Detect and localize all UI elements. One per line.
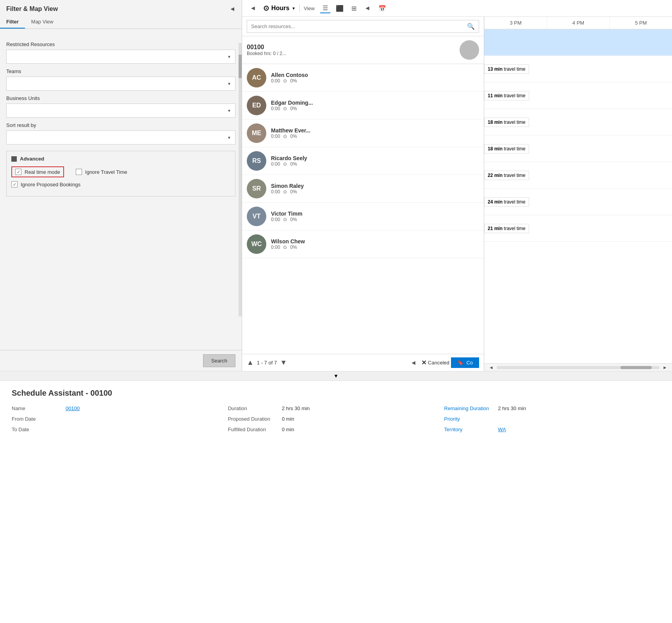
ignore-travel-time-checkbox[interactable]	[76, 169, 82, 175]
cancel-button[interactable]: ✕ Canceled	[421, 359, 449, 366]
real-time-mode-checkbox[interactable]	[15, 169, 21, 175]
tab-filter[interactable]: Filter	[0, 16, 25, 29]
to-date-label: To Date	[12, 427, 62, 432]
avatar-edgar-domingez: ED	[247, 96, 266, 115]
victor-clock-icon: ⊙	[283, 217, 287, 222]
wilson-percent: 0%	[290, 245, 297, 250]
name-value-link[interactable]: 00100	[66, 405, 80, 411]
view-icons: ☰ ⬛ ⊞ ◄ 📅	[320, 4, 389, 13]
timeline-scroll-left[interactable]: ◄	[486, 363, 497, 371]
search-input[interactable]	[251, 23, 467, 29]
detail-row-proposed-duration: Proposed Duration 0 min	[228, 416, 444, 422]
time-slot-5pm: 5 PM	[610, 17, 672, 29]
view-label: View	[304, 5, 315, 11]
resource-name-victor: Victor Timm	[271, 211, 479, 217]
resource-item-matthew[interactable]: ME Matthew Ever... 0:00 ⊙ 0%	[242, 120, 484, 147]
matthew-hours: 0:00	[271, 134, 280, 139]
restricted-resources-label: Restricted Resources	[6, 41, 235, 47]
expand-button[interactable]: ▼	[0, 371, 672, 380]
real-time-mode-checkbox-item: Real time mode	[11, 166, 64, 177]
grid-view-button[interactable]: ⊞	[349, 4, 359, 13]
travel-label-wilson: 21 min travel time	[484, 224, 529, 233]
wilson-clock-icon: ⊙	[283, 245, 287, 250]
timeline-scrollbar-thumb	[620, 366, 652, 369]
business-units-dropdown[interactable]: ▼	[6, 104, 235, 118]
allen-percent: 0%	[290, 78, 297, 84]
prev-nav-button[interactable]: ◄	[247, 3, 259, 13]
timeline-scroll-right[interactable]: ►	[660, 363, 670, 371]
resource-list: AC Allen Contoso 0:00 ⊙ 0%	[242, 64, 484, 354]
collapse-view-button[interactable]: ◄	[362, 4, 373, 13]
tab-map-view[interactable]: Map View	[25, 16, 60, 29]
prev-page-button[interactable]: ▲	[247, 359, 254, 367]
filter-sort-result-by: Sort result by ▼	[6, 122, 235, 145]
ignore-proposed-bookings-checkbox-item: Ignore Proposed Bookings	[11, 181, 80, 187]
detail-row-priority: Priority	[444, 416, 660, 422]
timeline-body: 13 min travel time 11 min travel time	[484, 29, 672, 363]
next-page-button[interactable]: ▼	[280, 359, 287, 367]
name-label: Name	[12, 405, 62, 411]
simon-percent: 0%	[290, 189, 297, 195]
resource-name-simon: Simon Raley	[271, 183, 479, 189]
detail-row-remaining-duration: Remaining Duration 2 hrs 30 min	[444, 405, 660, 411]
resource-booked: Booked hrs: 0 / 2...	[247, 51, 286, 56]
wilson-hours: 0:00	[271, 245, 280, 250]
sort-result-label: Sort result by	[6, 122, 235, 128]
resource-item-ricardo[interactable]: RS Ricardo Seely 0:00 ⊙ 0%	[242, 147, 484, 175]
bottom-section: Schedule Assistant - 00100 Name 00100 Fr…	[0, 380, 672, 440]
ricardo-hours: 0:00	[271, 161, 280, 167]
clock-icon: ⊙	[263, 4, 269, 12]
schedule-details: Name 00100 From Date To Date	[12, 405, 660, 432]
teams-dropdown[interactable]: ▼	[6, 77, 235, 91]
time-slot-3pm: 3 PM	[484, 17, 547, 29]
resource-info-allen: Allen Contoso 0:00 ⊙ 0%	[271, 72, 479, 84]
pagination-prev-button[interactable]: ◄	[407, 358, 420, 368]
sort-result-dropdown[interactable]: ▼	[6, 130, 235, 145]
resource-stats-allen: 0:00 ⊙ 0%	[271, 78, 479, 84]
filter-restricted-resources: Restricted Resources ▼	[6, 41, 235, 64]
list-view-button[interactable]: ☰	[320, 4, 330, 13]
search-button[interactable]: Search	[203, 354, 235, 367]
timeline-scrollbar[interactable]	[497, 366, 660, 369]
restricted-resources-dropdown[interactable]: ▼	[6, 50, 235, 64]
allen-hours: 0:00	[271, 78, 280, 84]
book-button[interactable]: 🔖 Co	[451, 357, 479, 368]
resource-header: 00100 Booked hrs: 0 / 2...	[242, 36, 484, 64]
center-right-panel: ◄ ⊙ Hours ▼ View ☰ ⬛ ⊞ ◄ 📅	[242, 0, 672, 371]
resource-item-wilson[interactable]: WC Wilson Chew 0:00 ⊙ 0%	[242, 230, 484, 258]
panel-header: Filter & Map View ◄	[0, 0, 242, 12]
middle-header: ◄ ⊙ Hours ▼ View ☰ ⬛ ⊞ ◄ 📅	[242, 0, 672, 17]
resource-avatar-placeholder	[460, 40, 479, 60]
hours-button[interactable]: ⊙ Hours ▼	[263, 4, 296, 12]
hours-label: Hours	[271, 5, 289, 12]
resource-item-allen[interactable]: AC Allen Contoso 0:00 ⊙ 0%	[242, 64, 484, 92]
resource-item-simon[interactable]: SR Simon Raley 0:00 ⊙ 0%	[242, 175, 484, 203]
collapse-panel-button[interactable]: ◄	[229, 5, 235, 12]
resource-info-simon: Simon Raley 0:00 ⊙ 0%	[271, 183, 479, 195]
page-info: 1 - 7 of 7	[257, 360, 277, 366]
matthew-clock-icon: ⊙	[283, 134, 287, 139]
ignore-proposed-bookings-checkbox[interactable]	[11, 181, 18, 187]
resource-item-edgar[interactable]: ED Edgar Doming... 0:00 ⊙ 0%	[242, 92, 484, 120]
victor-percent: 0%	[290, 217, 297, 222]
detail-row-from-date: From Date	[12, 416, 228, 422]
timeline-row-victor: 24 min travel time	[484, 189, 672, 215]
resource-item-victor[interactable]: VT Victor Timm 0:00 ⊙ 0%	[242, 203, 484, 230]
top-section: Filter & Map View ◄ Filter Map View Rest…	[0, 0, 672, 371]
main-container: Filter & Map View ◄ Filter Map View Rest…	[0, 0, 672, 440]
panel-title: Filter & Map View	[6, 5, 58, 12]
pagination-bar: ▲ 1 - 7 of 7 ▼ ◄ ✕ Canceled 🔖	[242, 354, 484, 371]
from-date-label: From Date	[12, 416, 62, 422]
restricted-resources-arrow: ▼	[227, 55, 231, 59]
gantt-view-button[interactable]: ⬛	[333, 4, 346, 13]
avatar-simon-raley: SR	[247, 179, 266, 198]
territory-value-link[interactable]: WA	[498, 427, 506, 432]
calendar-view-button[interactable]: 📅	[376, 4, 389, 13]
matthew-percent: 0%	[290, 134, 297, 139]
checkbox-row-2: Ignore Proposed Bookings	[11, 181, 230, 187]
resource-name-edgar: Edgar Doming...	[271, 100, 479, 106]
search-icon: 🔍	[467, 23, 475, 30]
cancel-label: Canceled	[428, 360, 449, 366]
resource-stats-wilson: 0:00 ⊙ 0%	[271, 245, 479, 250]
resource-panel: 🔍 00100 Booked hrs: 0 / 2...	[242, 17, 484, 371]
